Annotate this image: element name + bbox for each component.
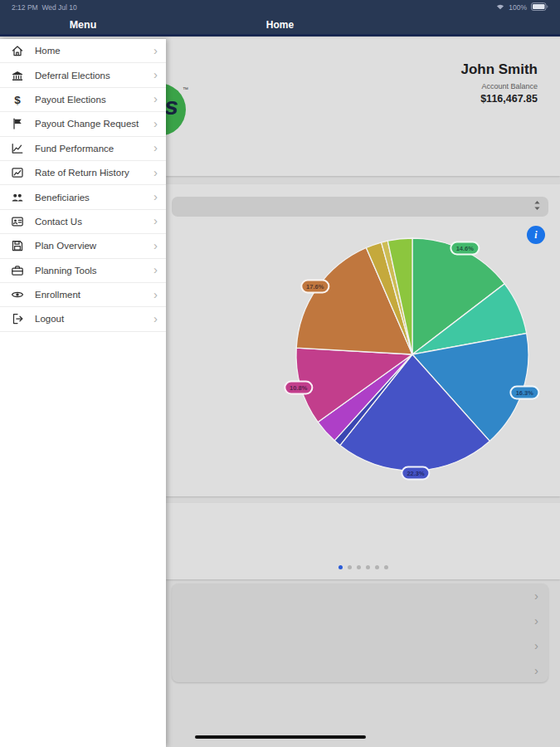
chevron-right-icon: ›: [153, 288, 158, 300]
flag-icon: [11, 117, 24, 130]
pagination-dot-5[interactable]: [384, 565, 388, 569]
chevron-right-icon: ›: [153, 117, 158, 129]
carousel-pagination: [166, 565, 560, 569]
menu-item-label: Home: [35, 46, 153, 56]
plan-icon: [11, 239, 24, 252]
quick-link-row-0[interactable]: ›: [172, 583, 548, 608]
pagination-dot-0[interactable]: [338, 565, 343, 569]
pagination-dot-3[interactable]: [366, 565, 370, 569]
pie-slice-label: 22.3%: [401, 466, 430, 480]
chevron-right-icon: ›: [534, 613, 538, 627]
menu-item-label: Deferral Elections: [35, 71, 153, 81]
chevron-right-icon: ›: [153, 190, 158, 203]
chart-history-icon: [11, 166, 24, 179]
logout-icon: [11, 312, 24, 325]
menu-item-contact-us[interactable]: Contact Us ›: [0, 210, 166, 234]
menu-panel-title: Menu: [0, 15, 166, 37]
status-time: 2:12 PM: [12, 3, 38, 12]
status-time-date: 2:12 PM Wed Jul 10: [12, 3, 77, 12]
nav-bar: Home Menu: [0, 15, 560, 37]
home-indicator[interactable]: [195, 735, 366, 739]
pagination-dot-4[interactable]: [375, 565, 379, 569]
quick-link-row-2[interactable]: ›: [172, 633, 548, 658]
chevron-right-icon: ›: [153, 239, 158, 251]
users-icon: [11, 191, 24, 204]
allocation-pie-chart[interactable]: [292, 234, 533, 475]
account-balance-value: $116,467.85: [460, 93, 538, 105]
menu-item-label: Logout: [35, 314, 153, 324]
chevron-up-down-icon: [533, 199, 541, 214]
chevron-right-icon: ›: [153, 312, 158, 325]
menu-item-label: Beneficiaries: [35, 193, 153, 203]
menu-item-label: Plan Overview: [35, 241, 153, 251]
chevron-right-icon: ›: [534, 663, 538, 677]
pie-slice-label: 16.3%: [510, 386, 539, 400]
menu-item-beneficiaries[interactable]: Beneficiaries ›: [0, 185, 166, 209]
chevron-right-icon: ›: [153, 214, 158, 227]
battery-percent: 100%: [509, 3, 527, 12]
quick-link-row-3[interactable]: ›: [172, 657, 548, 682]
chevron-right-icon: ›: [153, 92, 158, 105]
chevron-right-icon: ›: [153, 44, 158, 56]
menu-item-deferral-elections[interactable]: Deferral Elections ›: [0, 63, 166, 87]
app-screen: 2:12 PM Wed Jul 10 100% Home Menu s ™ Jo…: [0, 0, 560, 747]
battery-icon: [531, 2, 548, 12]
tools-icon: [11, 264, 24, 277]
pagination-dot-2[interactable]: [357, 565, 361, 569]
menu-item-label: Fund Performance: [35, 144, 153, 154]
status-date: Wed Jul 10: [41, 3, 76, 12]
menu-item-rate-of-return-history[interactable]: Rate of Return History ›: [0, 161, 166, 185]
chevron-right-icon: ›: [153, 263, 158, 276]
menu-item-home[interactable]: Home ›: [0, 39, 166, 63]
menu-item-logout[interactable]: Logout ›: [0, 307, 166, 331]
menu-item-planning-tools[interactable]: Planning Tools ›: [0, 259, 166, 283]
wifi-icon: [496, 3, 504, 12]
quick-links-card: ››››: [172, 583, 548, 682]
user-name: John Smith: [460, 61, 538, 78]
logo-trademark: ™: [183, 86, 188, 92]
chevron-right-icon: ›: [153, 166, 158, 178]
menu-item-plan-overview[interactable]: Plan Overview ›: [0, 234, 166, 258]
chevron-right-icon: ›: [153, 68, 158, 81]
profile-card: s ™ John Smith Account Balance $116,467.…: [166, 38, 560, 176]
menu-item-payout-elections[interactable]: $ Payout Elections ›: [0, 88, 166, 112]
menu-item-label: Rate of Return History: [35, 168, 153, 178]
fund-select-dropdown[interactable]: [172, 197, 548, 217]
menu-item-label: Payout Elections: [35, 95, 153, 105]
menu-item-fund-performance[interactable]: Fund Performance ›: [0, 137, 166, 161]
menu-item-payout-change-request[interactable]: Payout Change Request ›: [0, 112, 166, 136]
chart-line-icon: [11, 142, 24, 155]
menu-item-enrollment[interactable]: Enrollment ›: [0, 283, 166, 307]
menu-item-label: Enrollment: [35, 290, 153, 300]
chevron-right-icon: ›: [534, 638, 538, 652]
dollar-icon: $: [11, 93, 24, 106]
menu-item-label: Contact Us: [35, 217, 153, 227]
quick-link-row-1[interactable]: ›: [172, 608, 548, 633]
chevron-right-icon: ›: [534, 588, 538, 603]
pie-slice-label: 10.8%: [284, 380, 313, 394]
account-balance-label: Account Balance: [460, 82, 538, 90]
home-icon: [11, 44, 24, 57]
bank-icon: [11, 69, 24, 82]
logo-letter: s: [164, 92, 178, 120]
side-menu: Home › Deferral Elections › $ Payout Ele…: [0, 39, 166, 747]
pagination-dot-1[interactable]: [348, 565, 352, 569]
pie-slice-label: 14.6%: [450, 241, 480, 255]
status-bar: 2:12 PM Wed Jul 10 100%: [0, 0, 560, 15]
home-content: s ™ John Smith Account Balance $116,467.…: [166, 37, 560, 747]
menu-item-label: Payout Change Request: [35, 119, 153, 129]
enrollment-icon: [11, 288, 24, 301]
chevron-right-icon: ›: [153, 141, 158, 154]
contact-card-icon: [11, 215, 24, 228]
menu-item-label: Planning Tools: [35, 266, 153, 276]
svg-text:$: $: [14, 94, 21, 106]
pie-slice-label: 17.6%: [300, 280, 329, 294]
